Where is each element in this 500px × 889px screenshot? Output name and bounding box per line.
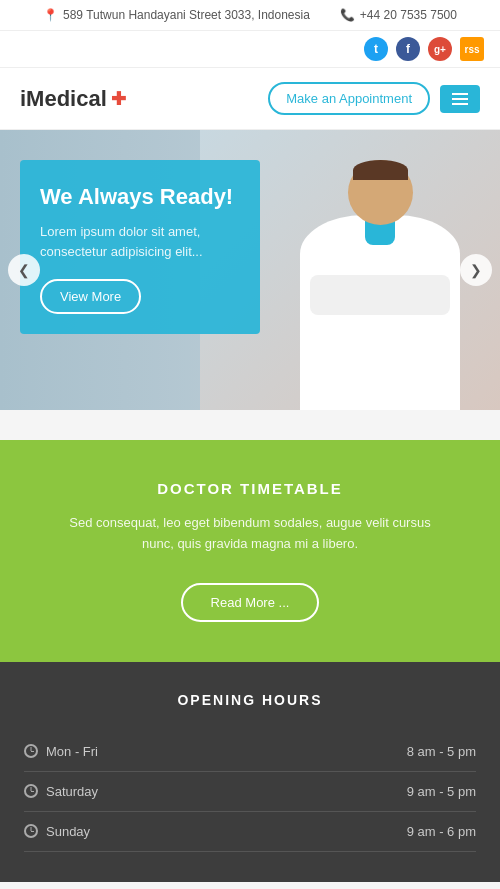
pin-icon: 📍 <box>43 8 58 22</box>
clock-icon-mon-fri <box>24 744 38 758</box>
slider-prev-button[interactable]: ❮ <box>8 254 40 286</box>
timetable-section: DOCTOR TIMETABLE Sed consequat, leo eget… <box>0 440 500 662</box>
header: iMedical✚ Make an Appointment <box>0 68 500 130</box>
doctor-coat <box>300 215 460 410</box>
read-more-button[interactable]: Read More ... <box>181 583 320 622</box>
address-bar: 📍 589 Tutwun Handayani Street 3033, Indo… <box>43 8 310 22</box>
facebook-icon[interactable]: f <box>396 37 420 61</box>
phone-icon: 📞 <box>340 8 355 22</box>
twitter-icon[interactable]: t <box>364 37 388 61</box>
slider-next-button[interactable]: ❯ <box>460 254 492 286</box>
day-label-sunday: Sunday <box>46 824 90 839</box>
day-label-saturday: Saturday <box>46 784 98 799</box>
hours-row-saturday: Saturday 9 am - 5 pm <box>24 772 476 812</box>
opening-hours-title: OPENING HOURS <box>24 692 476 708</box>
logo-text: iMedical <box>20 86 107 112</box>
hours-time-sunday: 9 am - 6 pm <box>407 824 476 839</box>
hero-title: We Always Ready! <box>40 184 240 210</box>
timetable-title: DOCTOR TIMETABLE <box>30 480 470 497</box>
phone-bar: 📞 +44 20 7535 7500 <box>340 8 457 22</box>
view-more-button[interactable]: View More <box>40 279 141 314</box>
menu-button[interactable] <box>440 85 480 113</box>
hours-day-saturday: Saturday <box>24 784 98 799</box>
hours-time-mon-fri: 8 am - 5 pm <box>407 744 476 759</box>
hours-row-sunday: Sunday 9 am - 6 pm <box>24 812 476 852</box>
address-text: 589 Tutwun Handayani Street 3033, Indone… <box>63 8 310 22</box>
social-bar: t f g+ rss <box>0 31 500 68</box>
day-label-mon-fri: Mon - Fri <box>46 744 98 759</box>
arrow-right-icon: ❯ <box>470 262 482 278</box>
hours-row-mon-fri: Mon - Fri 8 am - 5 pm <box>24 732 476 772</box>
hero-slider: We Always Ready! Lorem ipsum dolor sit a… <box>0 130 500 410</box>
hero-overlay: We Always Ready! Lorem ipsum dolor sit a… <box>20 160 260 334</box>
clock-icon-saturday <box>24 784 38 798</box>
logo: iMedical✚ <box>20 86 126 112</box>
hours-time-saturday: 9 am - 5 pm <box>407 784 476 799</box>
doctor-head <box>348 160 413 225</box>
opening-hours-section: OPENING HOURS Mon - Fri 8 am - 5 pm Satu… <box>0 662 500 882</box>
hours-day-sunday: Sunday <box>24 824 90 839</box>
clock-icon-sunday <box>24 824 38 838</box>
doctor-arms <box>310 275 450 315</box>
rss-icon[interactable]: rss <box>460 37 484 61</box>
hero-description: Lorem ipsum dolor sit amet, consectetur … <box>40 222 240 261</box>
googleplus-icon[interactable]: g+ <box>428 37 452 61</box>
timetable-description: Sed consequat, leo eget bibendum sodales… <box>60 513 440 555</box>
header-actions: Make an Appointment <box>268 82 480 115</box>
hours-day-mon-fri: Mon - Fri <box>24 744 98 759</box>
arrow-left-icon: ❮ <box>18 262 30 278</box>
doctor-figure <box>280 130 480 410</box>
hamburger-icon <box>452 93 468 105</box>
section-spacer <box>0 410 500 440</box>
doctor-hair <box>353 160 408 180</box>
top-bar: 📍 589 Tutwun Handayani Street 3033, Indo… <box>0 0 500 31</box>
phone-text: +44 20 7535 7500 <box>360 8 457 22</box>
appointment-button[interactable]: Make an Appointment <box>268 82 430 115</box>
logo-plus: ✚ <box>111 88 126 110</box>
